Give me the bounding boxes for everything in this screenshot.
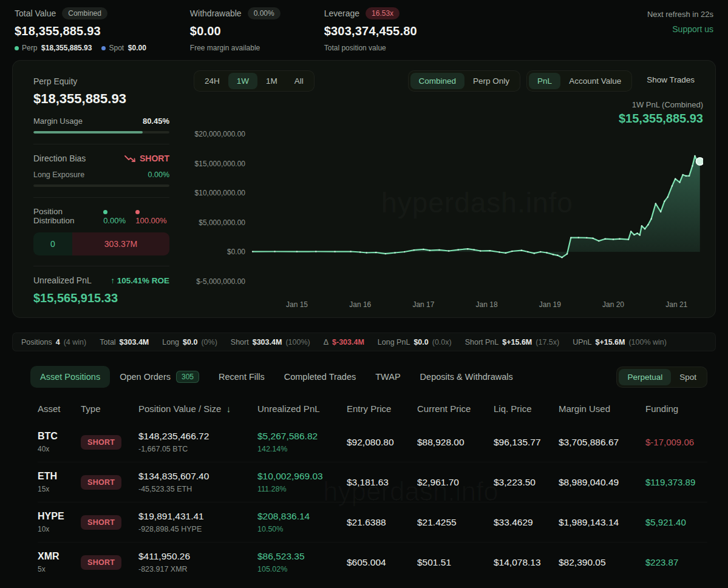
header-current-price[interactable]: Current Price	[417, 404, 494, 414]
portfolio-card: Perp Equity $18,355,885.93 Margin Usage …	[12, 60, 716, 318]
toggle-spot[interactable]: Spot	[671, 369, 705, 385]
view-pnl[interactable]: PnL	[529, 73, 560, 89]
header-liq-price[interactable]: Liq. Price	[494, 404, 559, 414]
asset-leverage: 10x	[38, 525, 81, 533]
header-unrealized-pnl[interactable]: Unrealized PnL	[257, 404, 347, 414]
withdrawable-label: Withdrawable	[190, 8, 242, 18]
current-price: $88,928.00	[417, 437, 494, 448]
funding: $119,373.89	[645, 477, 706, 487]
asset-leverage: 15x	[38, 485, 81, 493]
asset-symbol: BTC	[38, 431, 81, 442]
position-value: $134,835,607.40	[138, 471, 257, 482]
chart-plot-area[interactable]: hyperdash.info	[251, 129, 703, 289]
range-all[interactable]: All	[286, 73, 312, 89]
view-account-value[interactable]: Account Value	[560, 73, 630, 89]
position-size: -823.917 XMR	[138, 565, 257, 573]
range-24h[interactable]: 24H	[196, 73, 228, 89]
direction-bias-label: Direction Bias	[33, 154, 86, 163]
mode-perp-only[interactable]: Perp Only	[464, 73, 518, 89]
asset-symbol: XMR	[38, 551, 81, 562]
leverage-label: Leverage	[324, 8, 359, 18]
margin-used: $1,989,143.14	[559, 517, 645, 528]
refresh-countdown: Next refresh in 22s	[647, 7, 713, 19]
header-entry-price[interactable]: Entry Price	[347, 404, 417, 414]
combined-badge: Combined	[62, 7, 107, 19]
tab-recent-fills[interactable]: Recent Fills	[209, 366, 274, 388]
asset-leverage: 40x	[38, 445, 81, 453]
positions-table: hyperdash.info Asset Type Position Value…	[38, 397, 707, 582]
summary-upnl: UPnL $+15.6M (100% win)	[573, 338, 667, 346]
support-us-link[interactable]: Support us	[647, 24, 713, 34]
table-row-xmr[interactable]: XMR 5x SHORT $411,950.26 -823.917 XMR $8…	[38, 542, 707, 582]
chart-pnl-caption: 1W PnL (Combined)	[194, 100, 703, 109]
summary-delta: Δ $-303.4M	[324, 338, 364, 346]
header-funding[interactable]: Funding	[645, 404, 706, 414]
tab-twap[interactable]: TWAP	[366, 366, 410, 388]
liq-price: $96,135.77	[494, 437, 559, 448]
chart-controls: 24H 1W 1M All Combined Perp Only PnL Acc…	[194, 70, 703, 92]
short-badge: SHORT	[81, 515, 121, 530]
entry-price: $92,080.80	[347, 437, 417, 448]
unrealized-pnl-pct: 105.02%	[257, 565, 347, 573]
range-1m[interactable]: 1M	[257, 73, 286, 89]
position-value: $148,235,466.72	[138, 431, 257, 442]
view-selector: PnL Account Value	[526, 70, 632, 92]
margin-used: $82,390.05	[559, 557, 645, 568]
short-dot-icon	[135, 210, 140, 214]
margin-used: $3,705,886.67	[559, 437, 645, 448]
margin-usage-bar	[33, 131, 169, 133]
tab-deposits-withdrawals[interactable]: Deposits & Withdrawals	[410, 366, 523, 388]
withdrawable-amount: $0.00	[190, 24, 281, 38]
unrealized-pnl-pct: 111.28%	[257, 485, 347, 493]
header-position-value[interactable]: Position Value / Size ↓	[138, 404, 257, 414]
total-value-stat: Total Value Combined $18,355,885.93 Perp…	[15, 7, 146, 52]
distribution-short-segment: 303.37M	[72, 232, 169, 255]
header-type[interactable]: Type	[81, 404, 138, 414]
unrealized-pnl-pct: 142.14%	[257, 445, 347, 453]
withdrawable-pct-badge: 0.00%	[248, 7, 281, 19]
liq-price: $3,223.50	[494, 477, 559, 488]
show-trades-button[interactable]: Show Trades	[638, 70, 703, 92]
margin-usage-label: Margin Usage	[33, 117, 83, 126]
table-row-eth[interactable]: ETH 15x SHORT $134,835,607.40 -45,523.35…	[38, 462, 707, 502]
margin-usage-value: 80.45%	[143, 117, 169, 126]
summary-short-pnl: Short PnL $+15.6M (17.5x)	[465, 338, 560, 346]
sort-down-icon: ↓	[226, 404, 231, 414]
range-1w[interactable]: 1W	[228, 73, 257, 89]
position-distribution-bar: 0 303.37M	[33, 232, 169, 255]
current-price: $21.4255	[417, 517, 494, 528]
header-asset[interactable]: Asset	[38, 404, 81, 414]
long-dot-icon	[103, 210, 107, 214]
perp-dot-icon	[15, 46, 19, 50]
trending-down-icon	[124, 155, 136, 163]
market-type-selector: Perpetual Spot	[616, 367, 707, 388]
position-value: $411,950.26	[138, 551, 257, 562]
tab-completed-trades[interactable]: Completed Trades	[274, 366, 366, 388]
tab-open-orders[interactable]: Open Orders 305	[110, 365, 209, 389]
last-point-marker	[696, 158, 703, 165]
distribution-long-pct: 0.00%	[103, 207, 129, 225]
perp-breakdown: Perp $18,355,885.93	[15, 44, 92, 52]
summary-total: Total $303.4M	[100, 338, 149, 346]
unrealized-pnl: $208,836.14	[257, 511, 347, 522]
total-value-label: Total Value	[15, 8, 56, 18]
summary-long: Long $0.0 (0%)	[162, 338, 217, 346]
table-row-hype[interactable]: HYPE 10x SHORT $19,891,431.41 -928,898.4…	[38, 502, 707, 542]
tab-asset-positions[interactable]: Asset Positions	[30, 366, 110, 388]
entry-price: $605.004	[347, 557, 417, 568]
header-margin-used[interactable]: Margin Used	[559, 404, 645, 414]
unrealized-pnl-pct: 10.50%	[257, 525, 347, 533]
asset-symbol: HYPE	[38, 511, 81, 522]
current-price: $2,961.70	[417, 477, 494, 488]
leverage-badge: 16.53x	[366, 7, 400, 19]
table-row-btc[interactable]: BTC 40x SHORT $148,235,466.72 -1,667.05 …	[38, 422, 707, 462]
roe-value: ↑ 105.41% ROE	[111, 276, 169, 285]
chart-y-axis: $20,000,000.00$15,000,000.00$10,000,000.…	[194, 129, 251, 286]
mode-combined[interactable]: Combined	[410, 73, 465, 89]
mode-selector: Combined Perp Only	[408, 70, 521, 92]
leverage-sub: Total position value	[324, 44, 386, 52]
unrealized-pnl-value: $15,565,915.33	[33, 291, 169, 305]
summary-positions: Positions 4 (4 win)	[21, 338, 86, 346]
unrealized-pnl: $5,267,586.82	[257, 431, 347, 442]
toggle-perpetual[interactable]: Perpetual	[619, 369, 671, 385]
